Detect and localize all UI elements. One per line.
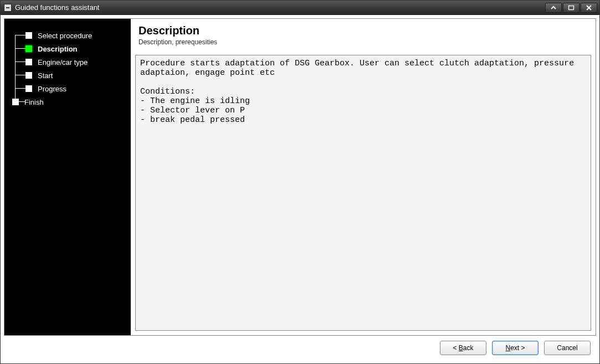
- next-rest: ext >: [510, 344, 525, 352]
- step-marker-icon: [25, 85, 32, 92]
- description-textarea[interactable]: Procedure starts adaptation of DSG Gearb…: [135, 55, 591, 331]
- minimize-restore-up-button[interactable]: [545, 3, 562, 13]
- main-panel: Description Description, prerequesities …: [131, 19, 596, 335]
- content-row: Select procedure Description Engine/car …: [4, 18, 596, 336]
- step-label: Description: [38, 45, 78, 53]
- back-hotkey: B: [459, 344, 463, 352]
- svg-rect-0: [569, 6, 574, 9]
- next-hotkey: N: [505, 344, 510, 352]
- step-label: Finish: [24, 98, 44, 106]
- step-start[interactable]: Start: [4, 69, 131, 82]
- close-icon: [586, 5, 592, 11]
- page-subtitle: Description, prerequesities: [139, 38, 588, 46]
- page-title: Description: [139, 24, 588, 37]
- chevron-up-icon: [550, 5, 557, 11]
- wizard-steps-tree: Select procedure Description Engine/car …: [4, 29, 131, 109]
- wizard-button-row: < Back Next > Cancel: [4, 336, 596, 360]
- step-select-procedure[interactable]: Select procedure: [4, 29, 131, 42]
- titlebar[interactable]: Guided functions assistant: [1, 1, 599, 15]
- next-button[interactable]: Next >: [492, 341, 539, 355]
- step-marker-icon: [25, 59, 32, 65]
- step-label: Engine/car type: [38, 58, 88, 66]
- main-header: Description Description, prerequesities: [131, 19, 596, 49]
- maximize-icon: [568, 5, 575, 11]
- back-button[interactable]: < Back: [440, 341, 486, 355]
- wizard-sidebar: Select procedure Description Engine/car …: [4, 19, 131, 335]
- step-engine-car-type[interactable]: Engine/car type: [4, 55, 131, 69]
- step-label: Select procedure: [38, 32, 92, 40]
- window-body: Select procedure Description Engine/car …: [1, 15, 599, 363]
- window-title: Guided functions assistant: [15, 3, 545, 12]
- app-icon: [4, 4, 12, 12]
- step-marker-icon: [25, 72, 32, 79]
- maximize-button[interactable]: [563, 3, 580, 13]
- back-prefix: <: [453, 344, 458, 352]
- step-marker-icon: [25, 32, 32, 39]
- step-marker-icon: [25, 45, 32, 52]
- cancel-button[interactable]: Cancel: [544, 341, 591, 355]
- titlebar-buttons: [545, 3, 599, 13]
- step-marker-icon: [12, 99, 19, 105]
- step-finish[interactable]: Finish: [4, 95, 131, 109]
- close-button[interactable]: [581, 3, 597, 13]
- window-frame: Guided functions assistant: [0, 0, 600, 364]
- step-description[interactable]: Description: [4, 42, 131, 55]
- step-progress[interactable]: Progress: [4, 82, 131, 95]
- back-rest: ack: [463, 344, 474, 352]
- step-label: Start: [38, 71, 53, 80]
- step-label: Progress: [38, 85, 66, 93]
